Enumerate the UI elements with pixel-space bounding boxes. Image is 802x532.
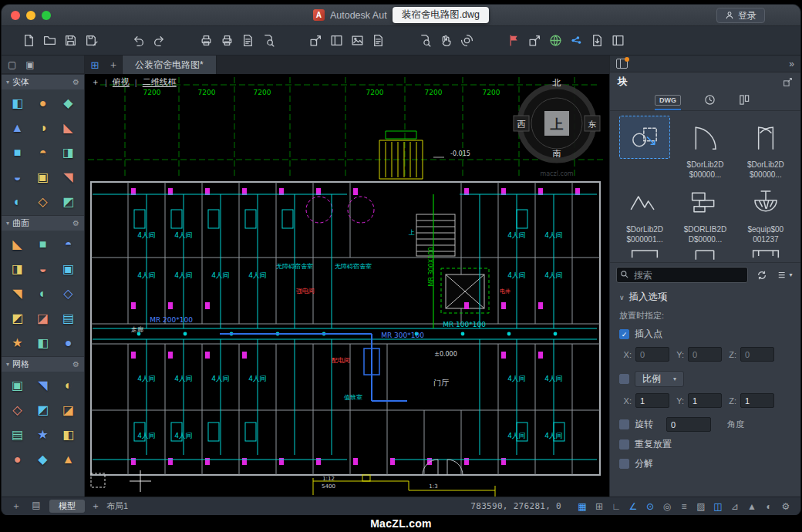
units-icon[interactable]: ⊿ [728,501,742,512]
lineweight-icon[interactable]: ≡ [677,501,691,512]
ortho-mode-icon[interactable]: ∟ [609,501,623,512]
gear-icon[interactable]: ⚙ [72,78,79,86]
tool-icon[interactable]: ◇ [6,399,29,421]
tool-icon[interactable]: ● [32,92,55,114]
chevron-right-icon[interactable]: » [789,59,794,69]
tool-icon[interactable]: ◧ [57,423,80,446]
tool-icon[interactable]: ◥ [32,374,55,396]
tool-icon[interactable]: ◐ [57,374,80,396]
snap-mode-icon[interactable]: ⊞ [592,501,606,512]
view-options-button[interactable]: ▾ [776,267,794,283]
field-button[interactable] [368,30,389,51]
scale-dropdown[interactable]: 比例 ▾ [635,371,684,387]
tool-icon[interactable]: ★ [6,332,29,354]
tool-icon[interactable]: ▲ [6,116,29,139]
snap-tracking-icon[interactable]: ◎ [660,501,674,512]
tool-icon[interactable]: ◨ [57,141,80,163]
selection-window-icon[interactable]: ▢ [8,59,16,70]
annotation-visibility-icon[interactable]: ▲ [745,501,759,512]
block-item-partial-icon[interactable] [689,245,721,262]
insert-options-header[interactable]: ∨ 插入选项 [619,291,791,304]
insert-button[interactable] [524,30,545,51]
tool-icon[interactable]: ▣ [32,166,55,188]
grid-display-icon[interactable]: ▦ [575,501,589,512]
rotation-checkbox[interactable] [619,419,629,429]
explode-checkbox[interactable] [619,459,629,469]
block-item-partial-icon[interactable] [750,245,782,262]
tool-icon[interactable]: ◣ [57,116,80,139]
tool-icon[interactable]: ◒ [6,166,29,188]
export-button[interactable] [587,30,608,51]
markup-button[interactable] [504,30,524,51]
start-tab-icon[interactable]: ⊞ [85,56,105,74]
block-item[interactable]: $equip$00 001237 [736,180,795,244]
tab-block-libraries[interactable] [739,91,750,110]
object-snap-icon[interactable]: ⊙ [643,501,657,512]
rotation-field[interactable] [666,417,711,432]
gear-icon[interactable]: ⚙ [72,219,79,227]
tool-icon[interactable]: ◒ [32,258,55,280]
tool-icon[interactable]: ◥ [6,282,29,305]
tool-icon[interactable]: ◓ [32,141,55,163]
tool-icon[interactable]: ◆ [32,448,55,470]
tool-icon[interactable]: ◩ [32,399,55,421]
layout1-tab[interactable]: 布局1 [106,500,128,512]
tool-icon[interactable]: ▤ [57,307,80,329]
sidebar-section-header[interactable]: ▾实体⚙ [2,74,84,89]
tool-icon[interactable]: ◆ [57,92,80,114]
tool-icon[interactable]: ◧ [6,92,29,114]
tool-icon[interactable]: ◩ [6,307,29,329]
block-item[interactable]: $DorLib2D $00000... [676,116,734,179]
tool-icon[interactable]: ▣ [6,374,29,396]
drawing-tab-active[interactable]: 公装宿舍电路图* [122,56,217,74]
workspace-gear-icon[interactable]: ⚙ [779,501,793,512]
sidebar-section-header[interactable]: ▾网格⚙ [2,356,84,372]
new-layout-button[interactable]: ＋ [91,500,100,513]
insert-z-field[interactable] [740,347,774,362]
plot-preview-button[interactable] [258,30,279,51]
tab-recent-blocks[interactable] [704,91,716,110]
scale-x-field[interactable] [635,393,669,408]
viewport-menu-button[interactable]: ＋ [91,76,99,88]
view-control[interactable]: 俯视 [113,76,130,88]
save-button[interactable] [60,30,81,51]
new-drawing-tab-button[interactable]: ＋ [105,56,122,74]
tool-icon[interactable]: ◑ [32,116,55,139]
tool-icon[interactable]: ◧ [32,332,55,354]
block-item[interactable]: $DORLIB2D D$0000... [676,180,734,244]
undock-panel-icon[interactable] [783,77,793,87]
polar-tracking-icon[interactable]: ∠ [626,501,640,512]
tool-icon[interactable]: ◨ [6,258,29,280]
block-item[interactable] [615,116,674,179]
tool-icon[interactable]: ▤ [6,423,29,446]
layout-list-icon[interactable]: ▤ [29,500,43,513]
tool-icon[interactable]: ■ [32,233,55,255]
share-button[interactable] [566,30,587,51]
tool-icon[interactable]: ◐ [32,282,55,305]
page-setup-button[interactable] [238,30,258,51]
login-button[interactable]: 登录 [716,8,765,23]
palette-icon[interactable] [616,59,628,69]
new-file-button[interactable] [19,30,39,51]
tool-icon[interactable]: ▲ [57,448,80,470]
add-layout-icon[interactable]: ＋ [9,500,23,513]
autoscale-icon[interactable]: ◐ [762,501,776,512]
transparency-icon[interactable]: ▨ [694,501,708,512]
tool-icon[interactable]: ◩ [57,190,80,213]
insertion-point-checkbox[interactable]: ✓ [619,329,629,339]
scale-checkbox[interactable] [619,374,629,384]
pan-button[interactable] [436,30,457,51]
block-item[interactable]: $DorLib2D $00000... [736,116,795,179]
palettes-button[interactable] [608,30,628,51]
repeat-placement-checkbox[interactable] [619,439,629,450]
undo-button[interactable] [128,30,149,51]
tool-icon[interactable]: ◇ [57,282,80,305]
tool-icon[interactable]: ▣ [57,258,80,280]
tool-icon[interactable]: ◪ [57,399,80,421]
selection-cycling-icon[interactable]: ◫ [711,501,725,512]
gear-icon[interactable]: ⚙ [72,360,79,369]
print-button[interactable] [196,30,217,51]
lasso-select-icon[interactable]: ▣ [25,59,34,70]
drawing-canvas[interactable]: ＋ | 俯视 | 二维线框 7200 7200 7200 7200 7200 [85,74,609,497]
tool-icon[interactable]: ◣ [6,233,29,255]
